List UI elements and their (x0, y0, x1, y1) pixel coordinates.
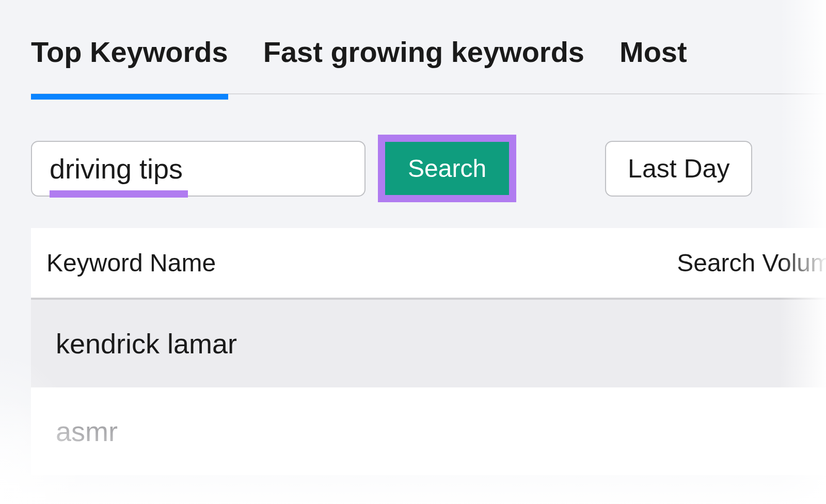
date-filter-dropdown[interactable]: Last Day (605, 141, 752, 197)
column-header-volume[interactable]: Search Volum (677, 249, 826, 277)
search-button[interactable]: Search (385, 142, 509, 195)
table-row[interactable]: kendrick lamar (31, 300, 826, 387)
column-header-keyword[interactable]: Keyword Name (46, 249, 216, 277)
table-header: Keyword Name Search Volum (31, 228, 826, 300)
tab-most[interactable]: Most (620, 36, 687, 93)
keywords-table: Keyword Name Search Volum kendrick lamar… (31, 228, 826, 475)
table-row[interactable]: asmr (31, 387, 826, 475)
search-input[interactable] (31, 141, 366, 197)
tab-fast-growing-keywords[interactable]: Fast growing keywords (263, 36, 584, 93)
search-row: Search Last Day (31, 135, 826, 202)
highlight-underline (50, 190, 188, 198)
tabs-bar: Top Keywords Fast growing keywords Most (31, 36, 826, 94)
search-input-wrap (31, 141, 366, 197)
search-button-highlight: Search (378, 135, 516, 202)
tab-top-keywords[interactable]: Top Keywords (31, 36, 228, 93)
